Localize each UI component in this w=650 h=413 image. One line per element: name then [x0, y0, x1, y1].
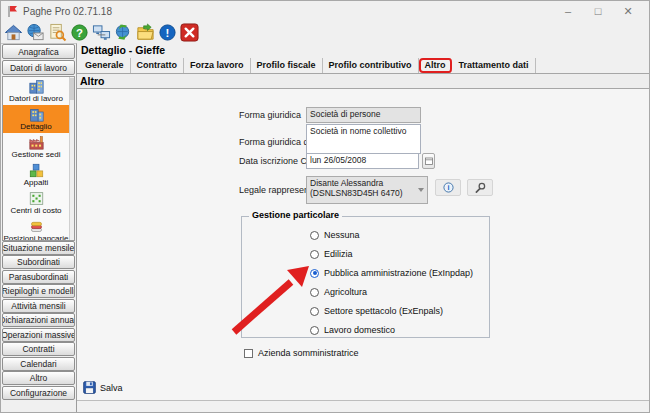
- tab-profilo-contributivo[interactable]: Profilo contributivo: [323, 58, 419, 73]
- tab-generale[interactable]: Generale: [79, 58, 131, 73]
- sidebar-item-label: Gestione sedi: [12, 150, 61, 159]
- radio-pubblica-amministrazione[interactable]: Pubblica amministrazione (ExInpdap): [310, 268, 473, 278]
- sidebar-item-label: Centri di costo: [10, 206, 61, 215]
- rappresentante-info-button[interactable]: i: [435, 179, 461, 196]
- tab-forza-lavoro[interactable]: Forza lavoro: [184, 58, 251, 73]
- radio-icon: [310, 326, 319, 335]
- gestione-particolare-title: Gestione particolare: [249, 210, 342, 220]
- radio-icon: [310, 288, 319, 297]
- sidebar-section-configurazione[interactable]: Configurazione: [2, 386, 75, 400]
- forma-giuridica-dettaglio-field[interactable]: Società in nome collettivo: [306, 124, 421, 154]
- sidebar-section-subordinati[interactable]: Subordinati: [2, 255, 75, 269]
- status-bar: [77, 400, 649, 413]
- sidebar-item-gestione-sedi[interactable]: Gestione sedi: [3, 133, 74, 161]
- tab-trattamento-dati[interactable]: Trattamento dati: [453, 58, 536, 73]
- radio-lavoro-domestico[interactable]: Lavoro domestico: [310, 325, 395, 335]
- sidebar-section-parasubordinati[interactable]: Parasubordinati: [2, 270, 75, 284]
- azienda-somministratrice-checkbox[interactable]: Azienda somministratrice: [244, 348, 359, 358]
- buildings-icon: [28, 79, 45, 94]
- sidebar-section-calendari[interactable]: Calendari: [2, 357, 75, 371]
- floppy-disk-icon: [83, 381, 96, 394]
- svg-text:!: !: [166, 27, 170, 39]
- titlebar: Paghe Pro 02.71.18 – □ ✕: [1, 1, 649, 21]
- radio-agricoltura[interactable]: Agricoltura: [310, 287, 367, 297]
- magnifier-icon: [475, 182, 486, 193]
- tab-contratto[interactable]: Contratto: [131, 58, 185, 73]
- grid-icon: [28, 191, 45, 206]
- sidebar-section-dichiarazioni-annuali[interactable]: Dichiarazioni annuali: [2, 313, 75, 327]
- info-icon[interactable]: !: [158, 23, 177, 42]
- main-toolbar: ? !: [1, 21, 649, 43]
- close-button[interactable]: ✕: [613, 5, 643, 18]
- minimize-button[interactable]: –: [553, 5, 583, 18]
- radio-icon: [310, 231, 319, 240]
- building-detail-icon: [28, 107, 45, 122]
- radio-nessuna[interactable]: Nessuna: [310, 230, 360, 240]
- section-title: Altro: [77, 74, 649, 89]
- tab-bar: Generale Contratto Forza lavoro Profilo …: [77, 57, 649, 74]
- radio-edilizia[interactable]: Edilizia: [310, 249, 353, 259]
- cubes-icon: [28, 163, 45, 178]
- tab-profilo-fiscale[interactable]: Profilo fiscale: [251, 58, 323, 73]
- search-document-icon[interactable]: [48, 23, 67, 42]
- chevron-down-icon[interactable]: [418, 188, 424, 192]
- window-title: Paghe Pro 02.71.18: [23, 6, 112, 17]
- sidebar-item-posizioni-bancarie[interactable]: Posizioni bancarie: [3, 217, 74, 241]
- save-button[interactable]: Salva: [79, 379, 127, 396]
- exit-icon[interactable]: [180, 23, 199, 42]
- tab-altro[interactable]: Altro: [419, 58, 453, 73]
- sidebar-icon-panel: Datori di lavoro Dettaglio: [2, 76, 75, 241]
- help-globe-icon[interactable]: ?: [70, 23, 89, 42]
- svg-text:i: i: [447, 183, 449, 192]
- gestione-particolare-groupbox: Gestione particolare Nessuna Edilizia Pu…: [241, 216, 490, 338]
- sidebar-section-operazioni-massive[interactable]: Operazioni massive: [2, 328, 75, 342]
- sidebar: Anagrafica Datori di lavoro Datori di la…: [1, 43, 77, 413]
- globe-mail-icon[interactable]: [26, 23, 45, 42]
- calendar-button[interactable]: [422, 153, 435, 169]
- app-flag-icon: [7, 5, 18, 18]
- main-panel: Dettaglio - Gieffe Generale Contratto Fo…: [77, 43, 649, 413]
- open-folder-icon[interactable]: [136, 23, 155, 42]
- coins-icon: [28, 219, 45, 234]
- sidebar-item-label: Appalti: [24, 178, 48, 187]
- calendar-icon: [425, 157, 433, 165]
- page-title: Dettaglio - Gieffe: [77, 43, 649, 57]
- legale-rappresentante-dropdown[interactable]: Disante Alessandra (DSNLSN83D45H 6470): [306, 176, 428, 204]
- network-icon[interactable]: [92, 23, 111, 42]
- data-iscrizione-cciaa-field[interactable]: lun 26/05/2008: [306, 153, 419, 169]
- radio-settore-spettacolo[interactable]: Settore spettacolo (ExEnpals): [310, 306, 443, 316]
- sidebar-section-anagrafica[interactable]: Anagrafica: [2, 44, 75, 59]
- rappresentante-search-button[interactable]: [467, 179, 493, 196]
- sidebar-item-centri-di-costo[interactable]: Centri di costo: [3, 189, 74, 217]
- refresh-globe-icon[interactable]: [114, 23, 133, 42]
- sidebar-item-dettaglio[interactable]: Dettaglio: [3, 105, 74, 133]
- sidebar-item-label: Datori di lavoro: [9, 94, 63, 103]
- forma-giuridica-label: Forma giuridica: [239, 110, 301, 120]
- sidebar-item-appalti[interactable]: Appalti: [3, 161, 74, 189]
- sidebar-section-attivita-mensili[interactable]: Attività mensili: [2, 299, 75, 313]
- app-window: Paghe Pro 02.71.18 – □ ✕ ?: [0, 0, 650, 413]
- radio-icon: [310, 269, 319, 278]
- checkbox-icon: [244, 349, 253, 358]
- radio-icon: [310, 250, 319, 259]
- sidebar-section-riepiloghi-e-modelli[interactable]: Riepiloghi e modelli: [2, 284, 75, 298]
- info-circle-icon: i: [443, 182, 454, 193]
- factory-icon: [28, 135, 45, 150]
- forma-giuridica-field: Società di persone: [306, 107, 421, 123]
- sidebar-item-label: Posizioni bancarie: [4, 234, 69, 241]
- sidebar-scrollbar[interactable]: [69, 77, 74, 240]
- radio-icon: [310, 307, 319, 316]
- sidebar-section-situazione-mensile[interactable]: Situazione mensile: [2, 241, 75, 255]
- home-icon[interactable]: [4, 23, 23, 42]
- content-area: Forma giuridica Società di persone Forma…: [77, 89, 649, 413]
- sidebar-section-altro[interactable]: Altro: [2, 371, 75, 385]
- sidebar-item-label: Dettaglio: [20, 122, 52, 131]
- sidebar-item-datori-di-lavoro[interactable]: Datori di lavoro: [3, 77, 74, 105]
- sidebar-section-contratti[interactable]: Contratti: [2, 342, 75, 356]
- svg-text:?: ?: [76, 26, 83, 38]
- sidebar-section-datori-di-lavoro[interactable]: Datori di lavoro: [2, 60, 75, 75]
- maximize-button[interactable]: □: [583, 5, 613, 18]
